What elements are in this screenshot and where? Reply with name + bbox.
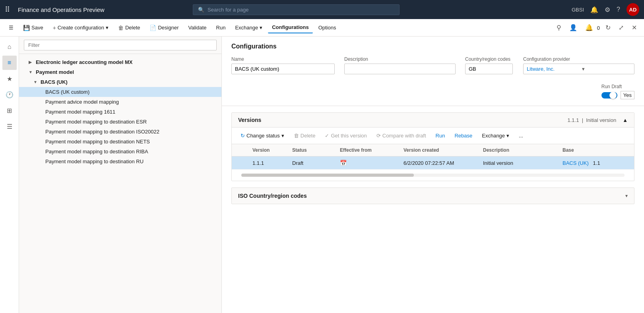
provider-dropdown-arrow[interactable]: ▾ <box>579 64 634 74</box>
menu-icon: ☰ <box>9 25 14 31</box>
col-header-version[interactable]: Version <box>248 144 287 156</box>
name-input[interactable] <box>231 64 335 74</box>
tree-content: ▶ Electronic ledger accounting model MX … <box>19 54 221 313</box>
validate-button[interactable]: Validate <box>184 22 211 33</box>
expand-icon-bacs-uk: ▼ <box>33 80 38 84</box>
tree-label-payment-nets: Payment model mapping to destination NET… <box>45 139 217 145</box>
configurations-button[interactable]: Configurations <box>268 22 312 33</box>
user-avatar[interactable]: AD <box>627 3 639 16</box>
hamburger-menu-button[interactable]: ☰ <box>5 22 17 33</box>
compare-draft-button[interactable]: ⟳ Compare with draft <box>372 131 430 141</box>
tree-label-bacs-uk-custom: BACS (UK custom) <box>45 89 217 95</box>
scroll-thumb[interactable] <box>241 174 414 177</box>
cell-base: BACS (UK) 1.1 <box>558 156 634 170</box>
designer-icon: 📄 <box>149 25 156 31</box>
country-label: Country/region codes <box>465 56 513 62</box>
workspaces-sidebar-button[interactable]: ⊞ <box>2 103 17 118</box>
tree-item-bacs-uk[interactable]: ▼ BACS (UK) <box>19 77 221 87</box>
tree-item-payment-1611[interactable]: Payment model mapping 1611 <box>19 107 221 117</box>
tree-label-electronic-ledger: Electronic ledger accounting model MX <box>36 59 217 65</box>
calendar-icon[interactable]: 📅 <box>340 160 347 166</box>
versions-collapse-icon[interactable]: ▲ <box>623 117 628 123</box>
favorites-sidebar-button[interactable]: ★ <box>2 71 17 86</box>
run-draft-value: Yes <box>621 91 634 99</box>
run-button[interactable]: Run <box>212 22 230 33</box>
create-config-dropdown-icon: ▾ <box>106 25 109 31</box>
change-status-button[interactable]: ↻ Change status ▾ <box>237 131 288 141</box>
app-grid-icon[interactable]: ⠿ <box>5 5 10 14</box>
notifications-count-button[interactable]: 🔔 <box>583 21 596 34</box>
tree-label-payment-riba: Payment model mapping to destination RIB… <box>45 149 217 155</box>
tree-item-payment-advice[interactable]: Payment advice model mapping <box>19 97 221 107</box>
tree-item-bacs-uk-custom[interactable]: BACS (UK custom) <box>19 87 221 97</box>
options-button[interactable]: Options <box>314 22 340 33</box>
iso-title: ISO Country/region codes <box>238 193 625 199</box>
col-header-description[interactable]: Description <box>478 144 558 156</box>
cell-r <box>232 156 248 170</box>
iso-collapse-icon[interactable]: ▾ <box>625 193 628 199</box>
col-header-r <box>232 144 248 156</box>
close-icon-button[interactable]: ✕ <box>629 21 639 34</box>
col-header-status[interactable]: Status <box>287 144 335 156</box>
search-box: 🔍 <box>193 4 400 15</box>
delete-button[interactable]: 🗑 Delete <box>114 22 144 33</box>
versions-table: Version Status Effective from Version cr… <box>232 144 634 170</box>
exchange-button[interactable]: Exchange ▾ <box>231 22 266 33</box>
run-draft-toggle[interactable] <box>601 91 617 99</box>
tree-item-payment-esr[interactable]: Payment model mapping to destination ESR <box>19 117 221 127</box>
save-icon: 💾 <box>23 25 30 31</box>
save-button[interactable]: 💾 Save <box>19 22 47 33</box>
provider-value: Litware, Inc. <box>524 64 579 74</box>
tree-panel: ▶ Electronic ledger accounting model MX … <box>19 37 222 313</box>
cell-effective: 📅 <box>335 156 399 170</box>
search-input[interactable] <box>208 7 394 13</box>
recent-sidebar-button[interactable]: 🕐 <box>2 87 17 102</box>
cell-description: Initial version <box>478 156 558 170</box>
modules-sidebar-button[interactable]: ☰ <box>2 119 17 133</box>
top-nav-right: GBSI 🔔 ⚙ ? AD <box>572 3 639 16</box>
rebase-button[interactable]: Rebase <box>450 131 476 141</box>
tree-item-payment-iso20022[interactable]: Payment model mapping to destination ISO… <box>19 127 221 137</box>
nav-sidebar-button[interactable]: ≡ <box>2 56 17 70</box>
help-icon[interactable]: ? <box>617 6 620 13</box>
versions-header[interactable]: Versions 1.1.1 | Initial version ▲ <box>232 113 634 128</box>
description-input[interactable] <box>344 64 456 74</box>
versions-exchange-button[interactable]: Exchange ▾ <box>478 131 513 141</box>
tree-item-payment-nets[interactable]: Payment model mapping to destination NET… <box>19 137 221 147</box>
tree-item-payment-model[interactable]: ▼ Payment model <box>19 67 221 77</box>
tree-item-payment-riba[interactable]: Payment model mapping to destination RIB… <box>19 147 221 156</box>
versions-run-button[interactable]: Run <box>432 131 449 141</box>
more-options-button[interactable]: ... <box>515 131 527 141</box>
base-link[interactable]: BACS (UK) <box>563 160 589 166</box>
badge-notification: 🔔 0 <box>583 21 600 34</box>
trash-icon: 🗑 <box>118 25 124 31</box>
create-config-button[interactable]: + Create configuration ▾ <box>49 22 113 33</box>
description-label: Description <box>344 56 456 62</box>
command-bar-right: ⚲ 👤 🔔 0 ↻ ⤢ ✕ <box>554 21 639 34</box>
tree-item-payment-ru[interactable]: Payment model mapping to destination RU <box>19 156 221 166</box>
table-row[interactable]: 1.1.1 Draft 📅 6/2/2020 07:22:57 AM Initi… <box>232 156 634 170</box>
notification-count: 0 <box>597 25 600 31</box>
home-sidebar-button[interactable]: ⌂ <box>2 40 17 54</box>
main-content: Configurations Name Description Country/… <box>222 37 644 313</box>
expand-icon-button[interactable]: ⤢ <box>616 21 626 34</box>
tree-item-electronic-ledger[interactable]: ▶ Electronic ledger accounting model MX <box>19 57 221 67</box>
designer-button[interactable]: 📄 Designer <box>145 22 182 33</box>
settings-icon[interactable]: ⚙ <box>605 6 610 14</box>
country-input[interactable] <box>465 64 513 74</box>
filter-icon-button[interactable]: ⚲ <box>554 21 564 34</box>
exchange-dropdown-icon: ▾ <box>260 25 262 31</box>
refresh-icon-button[interactable]: ↻ <box>603 21 613 34</box>
compare-icon: ⟳ <box>376 133 381 139</box>
personalize-icon-button[interactable]: 👤 <box>567 21 580 34</box>
col-header-base[interactable]: Base <box>558 144 634 156</box>
get-version-button[interactable]: ✓ Get this version <box>321 131 370 141</box>
versions-delete-button[interactable]: 🗑 Delete <box>290 131 320 141</box>
provider-select[interactable]: Litware, Inc. ▾ <box>523 64 634 74</box>
tree-filter-input[interactable] <box>24 40 217 50</box>
iso-header[interactable]: ISO Country/region codes ▾ <box>232 188 634 204</box>
notifications-icon[interactable]: 🔔 <box>590 6 598 14</box>
cell-version: 1.1.1 <box>248 156 287 170</box>
col-header-effective[interactable]: Effective from <box>335 144 399 156</box>
col-header-created[interactable]: Version created <box>399 144 478 156</box>
